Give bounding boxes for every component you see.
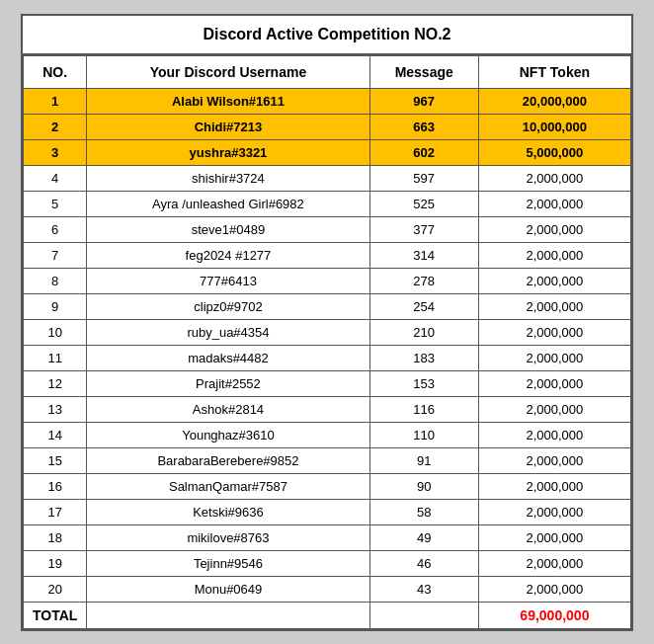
- cell-nft: 2,000,000: [478, 242, 630, 268]
- cell-username: steve1#0489: [87, 216, 369, 242]
- table-row: 18mikilove#8763492,000,000: [24, 524, 631, 550]
- cell-message: 663: [369, 114, 478, 139]
- cell-username: madaks#4482: [87, 345, 369, 370]
- cell-message: 602: [369, 139, 478, 165]
- cell-nft: 2,000,000: [478, 396, 630, 422]
- table-row: 15BarabaraBerebere#9852912,000,000: [24, 447, 631, 473]
- cell-username: mikilove#8763: [87, 524, 369, 550]
- cell-message: 377: [369, 216, 478, 242]
- cell-nft: 2,000,000: [478, 268, 630, 293]
- cell-nft: 2,000,000: [478, 473, 630, 499]
- cell-no: 15: [24, 447, 87, 473]
- cell-nft: 2,000,000: [478, 370, 630, 396]
- cell-username: yushra#3321: [87, 139, 369, 165]
- cell-username: Ketski#9636: [87, 499, 369, 524]
- cell-username: BarabaraBerebere#9852: [87, 447, 369, 473]
- cell-username: Tejinn#9546: [87, 550, 369, 576]
- cell-message: 43: [369, 576, 478, 602]
- cell-nft: 2,000,000: [478, 422, 630, 447]
- cell-no: 16: [24, 473, 87, 499]
- table-row: 9clipz0#97022542,000,000: [24, 293, 631, 319]
- cell-username: Chidi#7213: [87, 114, 369, 139]
- cell-no: 4: [24, 165, 87, 191]
- table-row: 5Ayra /unleashed Girl#69825252,000,000: [24, 191, 631, 216]
- cell-nft: 2,000,000: [478, 345, 630, 370]
- table-row: 17Ketski#9636582,000,000: [24, 499, 631, 524]
- cell-message: 525: [369, 191, 478, 216]
- cell-no: 6: [24, 216, 87, 242]
- table-row: 20Monu#0649432,000,000: [24, 576, 631, 602]
- cell-no: 3: [24, 139, 87, 165]
- table-header-row: NO. Your Discord Username Message NFT To…: [24, 55, 631, 88]
- table-row: 13Ashok#28141162,000,000: [24, 396, 631, 422]
- cell-message: 91: [369, 447, 478, 473]
- cell-nft: 2,000,000: [478, 191, 630, 216]
- cell-nft: 20,000,000: [478, 88, 630, 114]
- table-row: 12Prajit#25521532,000,000: [24, 370, 631, 396]
- header-nft: NFT Token: [478, 55, 630, 88]
- total-empty-username: [87, 602, 369, 628]
- cell-no: 1: [24, 88, 87, 114]
- table-row: 3yushra#33216025,000,000: [24, 139, 631, 165]
- cell-username: 777#6413: [87, 268, 369, 293]
- cell-no: 13: [24, 396, 87, 422]
- cell-message: 278: [369, 268, 478, 293]
- cell-message: 967: [369, 88, 478, 114]
- cell-nft: 2,000,000: [478, 165, 630, 191]
- cell-username: Younghaz#3610: [87, 422, 369, 447]
- cell-username: Alabi Wilson#1611: [87, 88, 369, 114]
- total-row: TOTAL69,000,000: [24, 602, 631, 628]
- cell-message: 254: [369, 293, 478, 319]
- cell-no: 9: [24, 293, 87, 319]
- table-row: 14Younghaz#36101102,000,000: [24, 422, 631, 447]
- table-row: 4shishir#37245972,000,000: [24, 165, 631, 191]
- cell-username: ruby_ua#4354: [87, 319, 369, 345]
- cell-nft: 2,000,000: [478, 550, 630, 576]
- header-no: NO.: [24, 55, 87, 88]
- cell-username: SalmanQamar#7587: [87, 473, 369, 499]
- cell-no: 18: [24, 524, 87, 550]
- cell-no: 11: [24, 345, 87, 370]
- cell-no: 19: [24, 550, 87, 576]
- cell-message: 153: [369, 370, 478, 396]
- competition-table: Discord Active Competition NO.2 NO. Your…: [21, 14, 633, 631]
- cell-username: shishir#3724: [87, 165, 369, 191]
- cell-message: 46: [369, 550, 478, 576]
- cell-nft: 2,000,000: [478, 447, 630, 473]
- cell-message: 597: [369, 165, 478, 191]
- header-message: Message: [369, 55, 478, 88]
- table-row: 8777#64132782,000,000: [24, 268, 631, 293]
- cell-nft: 2,000,000: [478, 524, 630, 550]
- cell-no: 7: [24, 242, 87, 268]
- cell-username: Prajit#2552: [87, 370, 369, 396]
- cell-no: 2: [24, 114, 87, 139]
- cell-message: 49: [369, 524, 478, 550]
- table-row: 19Tejinn#9546462,000,000: [24, 550, 631, 576]
- cell-no: 10: [24, 319, 87, 345]
- table-row: 6steve1#04893772,000,000: [24, 216, 631, 242]
- header-username: Your Discord Username: [87, 55, 369, 88]
- cell-username: Ayra /unleashed Girl#6982: [87, 191, 369, 216]
- total-amount: 69,000,000: [478, 602, 630, 628]
- cell-message: 183: [369, 345, 478, 370]
- cell-no: 20: [24, 576, 87, 602]
- cell-message: 110: [369, 422, 478, 447]
- cell-message: 58: [369, 499, 478, 524]
- cell-nft: 2,000,000: [478, 293, 630, 319]
- table-title: Discord Active Competition NO.2: [23, 16, 631, 55]
- cell-message: 210: [369, 319, 478, 345]
- cell-no: 5: [24, 191, 87, 216]
- cell-no: 8: [24, 268, 87, 293]
- cell-username: Monu#0649: [87, 576, 369, 602]
- cell-username: clipz0#9702: [87, 293, 369, 319]
- cell-nft: 10,000,000: [478, 114, 630, 139]
- cell-no: 12: [24, 370, 87, 396]
- cell-nft: 5,000,000: [478, 139, 630, 165]
- table-row: 7feg2024 #12773142,000,000: [24, 242, 631, 268]
- cell-nft: 2,000,000: [478, 319, 630, 345]
- table-row: 11madaks#44821832,000,000: [24, 345, 631, 370]
- total-empty-message: [369, 602, 478, 628]
- cell-username: feg2024 #1277: [87, 242, 369, 268]
- table-row: 1Alabi Wilson#161196720,000,000: [24, 88, 631, 114]
- total-label: TOTAL: [24, 602, 87, 628]
